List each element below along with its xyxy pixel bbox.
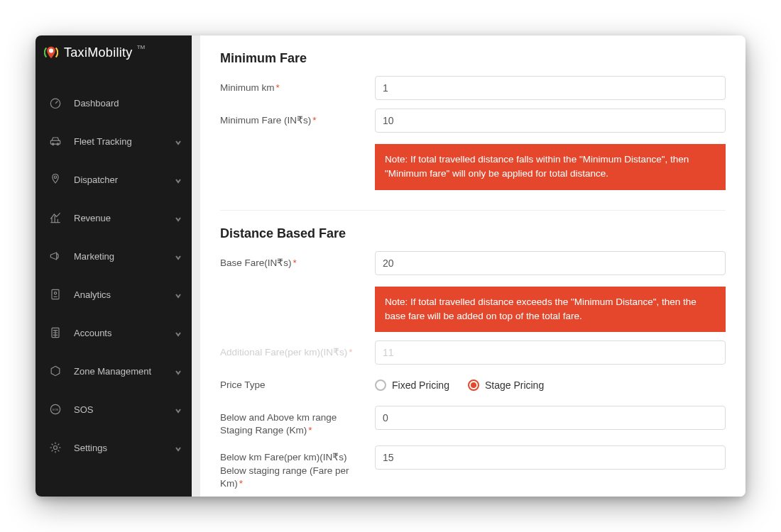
label-price-type: Price Type [220, 373, 362, 392]
sidebar: TaxiMobility TM Dashboard Fleet Tracking… [36, 35, 192, 497]
row-staging-range: Below and Above km range Staging Range (… [220, 406, 726, 437]
main-content: Minimum Fare Minimum km* Minimum Fare (I… [192, 35, 746, 497]
chevron-down-icon [175, 291, 182, 298]
chevron-down-icon [175, 367, 182, 375]
sidebar-item-revenue[interactable]: Revenue [36, 199, 192, 237]
radio-icon [468, 379, 479, 391]
label-below-km-fare: Below km Fare(per km)(IN₹s) Below stagin… [220, 445, 362, 490]
label-minimum-fare: Minimum Fare (IN₹s)* [220, 109, 362, 127]
brand-name: TaxiMobility [64, 45, 133, 60]
chevron-down-icon [175, 406, 182, 413]
sidebar-nav: Dashboard Fleet Tracking Dispatcher Reve… [36, 70, 192, 467]
row-below-km-fare: Below km Fare(per km)(IN₹s) Below stagin… [220, 445, 726, 490]
row-additional-fare: Additional Fare(per km)(IN₹s)* [220, 340, 726, 365]
radio-label: Fixed Pricing [392, 379, 449, 391]
sidebar-item-label: Settings [74, 443, 107, 453]
chevron-down-icon [175, 214, 182, 221]
note-distance-fare: Note: If total travelled distance exceed… [375, 287, 726, 333]
gear-icon [48, 440, 62, 455]
chevron-down-icon [175, 329, 182, 336]
sidebar-item-zone-management[interactable]: Zone Management [36, 352, 192, 390]
row-distfare-note: Note: If total travelled distance exceed… [220, 284, 726, 333]
section-title-distance-fare: Distance Based Fare [220, 226, 726, 241]
sidebar-item-dispatcher[interactable]: Dispatcher [36, 160, 192, 199]
sidebar-item-label: SOS [74, 404, 93, 415]
app-window: TaxiMobility TM Dashboard Fleet Tracking… [36, 35, 746, 497]
chevron-down-icon [175, 138, 182, 145]
hexagon-icon [48, 364, 62, 378]
label-base-fare: Base Fare(IN₹s)* [220, 251, 362, 270]
sidebar-item-label: Revenue [74, 213, 111, 223]
sidebar-item-settings[interactable]: Settings [36, 428, 192, 467]
sidebar-item-dashboard[interactable]: Dashboard [36, 84, 192, 122]
section-divider [220, 210, 726, 211]
row-price-type: Price Type Fixed Pricing Stage Pricing [220, 373, 726, 397]
svg-point-5 [54, 176, 56, 178]
sidebar-item-label: Zone Management [74, 366, 151, 377]
document-icon [48, 287, 62, 301]
logo-icon [44, 45, 58, 60]
row-minfare-note: Note: If total travelled distance falls … [220, 141, 726, 190]
brand-tm: TM [137, 44, 146, 50]
label-staging-range: Below and Above km range Staging Range (… [220, 406, 362, 437]
input-below-km-fare[interactable] [375, 445, 726, 470]
row-minimum-fare: Minimum Fare (IN₹s)* [220, 109, 726, 133]
input-staging-range[interactable] [375, 406, 726, 430]
calculator-icon [48, 326, 62, 340]
radio-icon [375, 379, 386, 391]
svg-text:SOS: SOS [53, 408, 59, 411]
sidebar-item-label: Analytics [74, 289, 111, 300]
chevron-down-icon [175, 176, 182, 183]
sidebar-item-label: Accounts [74, 328, 111, 338]
sidebar-item-label: Fleet Tracking [74, 136, 132, 147]
sidebar-item-marketing[interactable]: Marketing [36, 237, 192, 275]
svg-point-7 [54, 292, 56, 294]
note-minimum-fare: Note: If total travelled distance falls … [375, 144, 726, 190]
brand: TaxiMobility TM [36, 35, 192, 70]
chevron-down-icon [175, 253, 182, 260]
row-base-fare: Base Fare(IN₹s)* [220, 251, 726, 275]
megaphone-icon [48, 249, 62, 263]
sidebar-item-label: Dispatcher [74, 174, 118, 185]
sidebar-item-label: Marketing [74, 251, 114, 262]
svg-point-0 [50, 49, 53, 52]
radio-group-price-type: Fixed Pricing Stage Pricing [375, 373, 726, 397]
sos-icon: SOS [48, 402, 62, 416]
pin-icon [48, 172, 62, 187]
gauge-icon [48, 96, 62, 110]
row-minimum-km: Minimum km* [220, 76, 726, 100]
section-title-minimum-fare: Minimum Fare [220, 51, 726, 66]
fare-settings-panel: Minimum Fare Minimum km* Minimum Fare (I… [200, 35, 746, 497]
sidebar-item-sos[interactable]: SOS SOS [36, 390, 192, 428]
input-minimum-fare[interactable] [375, 109, 726, 133]
input-minimum-km[interactable] [375, 76, 726, 100]
chart-icon [48, 211, 62, 225]
label-additional-fare: Additional Fare(per km)(IN₹s)* [220, 340, 362, 359]
input-additional-fare [375, 340, 726, 365]
radio-label: Stage Pricing [485, 379, 544, 391]
radio-fixed-pricing[interactable]: Fixed Pricing [375, 379, 449, 391]
radio-stage-pricing[interactable]: Stage Pricing [468, 379, 544, 391]
svg-point-11 [54, 446, 58, 450]
label-minimum-km: Minimum km* [220, 76, 362, 94]
sidebar-item-fleet-tracking[interactable]: Fleet Tracking [36, 122, 192, 160]
chevron-down-icon [175, 444, 182, 451]
sidebar-item-label: Dashboard [74, 98, 119, 109]
input-base-fare[interactable] [375, 251, 726, 275]
sidebar-item-accounts[interactable]: Accounts [36, 314, 192, 352]
sidebar-item-analytics[interactable]: Analytics [36, 275, 192, 314]
car-icon [48, 134, 62, 148]
svg-point-1 [50, 99, 60, 108]
